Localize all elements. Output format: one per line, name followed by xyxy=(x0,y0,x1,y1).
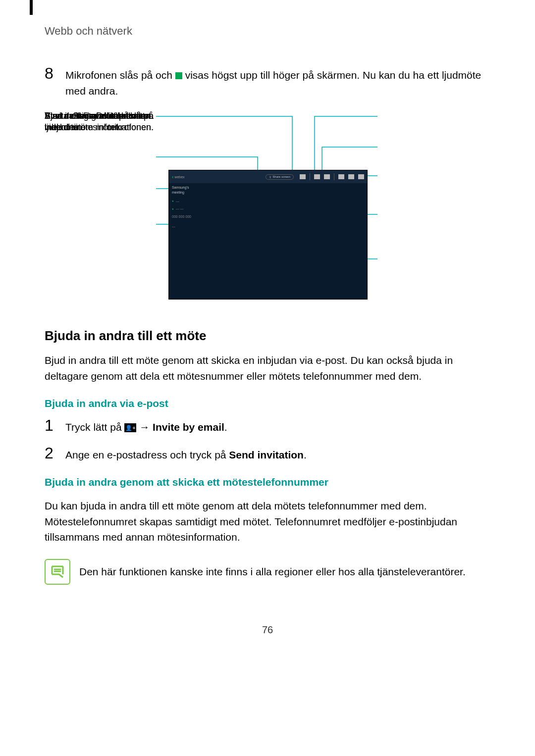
meeting-title-line2: meeting xyxy=(172,190,216,195)
heading-via-email: Bjuda in andra via e-post xyxy=(45,398,490,409)
paragraph-invite-intro: Bjud in andra till ett möte genom att sk… xyxy=(45,353,490,384)
heading-invite-others: Bjuda in andra till ett möte xyxy=(45,328,490,344)
step-text: Tryck lätt på 👤+ → Invite by email. xyxy=(65,419,490,435)
mic-icon[interactable] xyxy=(300,174,306,179)
end-meeting-icon[interactable] xyxy=(358,174,364,179)
step-8: 8 Mikrofonen slås på och visas högst upp… xyxy=(45,67,490,99)
app-toolbar: ‹ webex ⇪ Share screen xyxy=(169,170,367,183)
back-chevron-icon[interactable]: ‹ xyxy=(172,174,173,180)
margin-tab xyxy=(30,0,33,15)
page: Webb och nätverk 8 Mikrofonen slås på oc… xyxy=(0,0,535,738)
mic-indicator-icon xyxy=(175,72,182,79)
logo-text: webex xyxy=(174,175,184,179)
text-bold: Invite by email xyxy=(153,421,224,433)
step-number: 1 xyxy=(45,417,57,433)
app-logo: ‹ webex xyxy=(172,174,185,180)
share-screen-button[interactable]: ⇪ Share screen xyxy=(266,174,294,180)
heading-via-phone: Bjuda in andra genom att skicka ett möte… xyxy=(45,476,490,488)
share-icon: ⇪ xyxy=(269,175,271,179)
app-screenshot: ‹ webex ⇪ Share screen xyxy=(168,170,368,300)
note-block: Den här funktionen kanske inte finns i a… xyxy=(45,559,490,585)
toolbar-icons xyxy=(300,173,364,180)
step-text-pre: Mikrofonen slås på och xyxy=(65,69,175,81)
callout-participants: Visa deltagarna och chatta med dem. xyxy=(45,110,154,134)
paragraph-via-phone: Du kan bjuda in andra till ett möte geno… xyxy=(45,498,490,545)
meeting-sidebar: Samsung's meeting ●— ●— — 000 000 000 — xyxy=(172,185,216,229)
add-person-icon: 👤+ xyxy=(124,423,136,432)
toolbar-divider xyxy=(310,173,310,180)
email-step-2: 2 Ange en e-postadress och tryck på Send… xyxy=(45,447,490,463)
step-text: Mikrofonen slås på och visas högst upp t… xyxy=(65,67,490,99)
text-pre: Ange en e-postadress och tryck på xyxy=(65,449,229,460)
arrow-text: → xyxy=(136,421,153,433)
email-step-1: 1 Tryck lätt på 👤+ → Invite by email. xyxy=(45,419,490,435)
step-text: Ange en e-postadress och tryck på Send i… xyxy=(65,447,490,463)
toolbar-divider xyxy=(334,173,334,180)
text-post: . xyxy=(224,421,227,433)
meeting-title-line1: Samsung's xyxy=(172,185,216,190)
audio-icon[interactable] xyxy=(324,174,330,179)
annotated-figure: Stäng av eller slå på mikrofonen. Dela s… xyxy=(45,110,490,308)
text-pre: Tryck lätt på xyxy=(65,421,124,433)
participants-icon[interactable] xyxy=(338,174,344,179)
note-icon xyxy=(45,559,70,585)
step-number: 8 xyxy=(45,65,57,81)
text-post: . xyxy=(304,449,307,460)
meeting-number: 000 000 000 xyxy=(172,214,216,219)
step-number: 2 xyxy=(45,445,57,461)
invite-icon[interactable] xyxy=(348,174,354,179)
page-number: 76 xyxy=(45,624,490,636)
text-bold: Send invitation xyxy=(229,449,304,460)
share-label: Share screen xyxy=(272,175,290,178)
video-icon[interactable] xyxy=(314,174,320,179)
section-header: Webb och nätverk xyxy=(45,25,490,38)
note-text: Den här funktionen kanske inte finns i a… xyxy=(79,559,466,580)
